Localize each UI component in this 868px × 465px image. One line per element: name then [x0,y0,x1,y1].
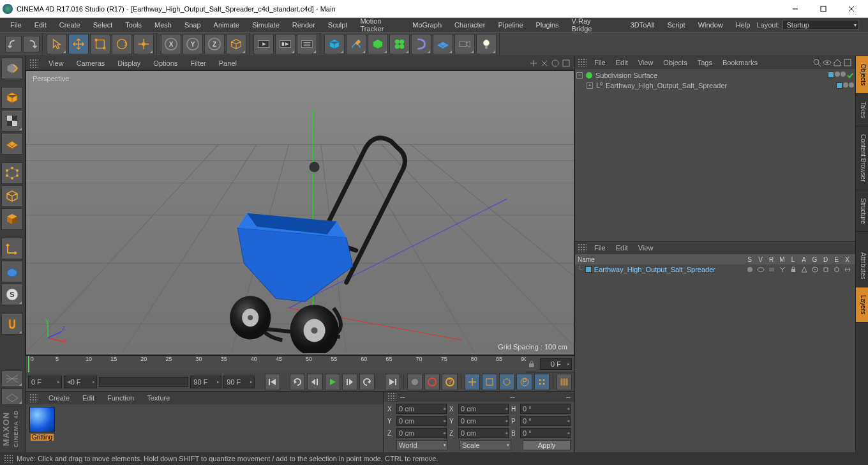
material-item[interactable]: Gritting [28,407,56,441]
menu-animate[interactable]: Animate [207,18,246,32]
coord-system[interactable] [226,34,246,54]
autokey-button[interactable] [424,374,440,390]
range-slider[interactable] [99,377,188,387]
rail-tab-objects[interactable]: Objects [856,56,868,94]
menu-character[interactable]: Character [448,18,491,32]
eye-icon[interactable] [823,58,832,67]
grip-icon[interactable] [29,59,38,68]
menu-snap[interactable]: Snap [178,18,207,32]
points-mode[interactable] [1,162,23,184]
expand-icon[interactable] [843,58,852,67]
menu-motion-tracker[interactable]: Motion Tracker [354,18,406,32]
edges-mode[interactable] [1,185,23,207]
layer-swatch[interactable] [828,72,834,78]
workplane-y[interactable] [1,388,23,405]
environment-floor[interactable] [433,34,453,54]
vp-panel[interactable]: Panel [213,56,243,70]
workplane-x[interactable] [1,370,23,387]
grip-icon[interactable] [578,58,587,67]
generator-array[interactable] [389,34,410,54]
animation-layer-button[interactable] [557,374,572,390]
range-end-b-field[interactable]: 90 F [223,376,255,388]
menu-simulate[interactable]: Simulate [246,18,286,32]
grip-icon[interactable] [4,454,13,463]
vp-nav-2[interactable] [540,59,549,68]
move-tool[interactable] [68,34,89,54]
menu-window[interactable]: Window [692,18,730,32]
tree-item-child[interactable]: + L⁰ Earthway_High_Output_Salt_Spreader [576,80,854,91]
tree-item-root[interactable]: − Subdivision Surface [576,70,854,80]
select-tool[interactable] [47,34,67,54]
col-l-icon[interactable] [788,266,798,273]
play-button[interactable] [325,374,340,390]
visibility-top-dot[interactable] [835,72,840,77]
visibility-bottom-dot[interactable] [849,82,854,88]
visibility-top-dot[interactable] [843,82,848,88]
vp-cameras[interactable]: Cameras [70,56,112,70]
col-d-icon[interactable] [820,266,831,273]
pos-z-field[interactable]: 0 cm [396,428,447,438]
menu-edit[interactable]: Edit [28,18,53,32]
collapse-icon[interactable]: − [576,72,583,79]
visibility-bottom-dot[interactable] [841,72,846,77]
menu-select[interactable]: Select [87,18,119,32]
timeline-ruler[interactable]: 0 5 10 15 20 25 30 35 40 45 50 55 60 65 … [26,355,574,372]
layer-color-swatch[interactable] [585,266,592,273]
key-scale-button[interactable] [482,374,497,390]
menu-tools[interactable]: Tools [119,18,148,32]
redo-button[interactable] [23,36,40,52]
range-start-field[interactable]: ◂ 0 F [64,376,98,388]
scl-y-field[interactable]: 0 cm [458,416,509,426]
snap-toggle[interactable]: S [1,284,23,305]
vp-filter[interactable]: Filter [184,56,212,70]
coord-apply-button[interactable]: Apply [523,440,571,450]
grip-icon[interactable] [578,243,587,252]
range-end-a-field[interactable]: 90 F [190,376,221,388]
model-mode[interactable] [1,87,23,109]
mat-texture[interactable]: Texture [140,392,176,404]
rail-tab-content-browser[interactable]: Content Browser [856,126,868,190]
go-end-button[interactable] [385,374,400,390]
om-view[interactable]: View [633,56,659,69]
render-settings[interactable] [297,34,317,54]
key-pla-button[interactable] [534,374,550,390]
col-g-icon[interactable] [809,266,820,273]
pos-x-field[interactable]: 0 cm [396,404,447,414]
playhead-marker[interactable] [28,356,29,372]
render-view[interactable] [253,34,274,54]
col-r-icon[interactable] [766,266,777,273]
col-a-icon[interactable] [798,266,809,273]
next-frame-button[interactable] [342,374,357,390]
menu-script[interactable]: Script [661,18,692,32]
render-pv[interactable] [275,34,296,54]
z-axis-lock[interactable]: Z [204,34,225,54]
axis-mode[interactable] [1,238,23,259]
viewport-3d[interactable]: Perspective Grid Spacing : 100 cm y x z [26,70,574,355]
camera-button[interactable] [454,34,475,54]
make-editable[interactable] [1,57,23,79]
menu-mesh[interactable]: Mesh [148,18,178,32]
menu-3dtoall[interactable]: 3DToAll [624,18,661,32]
mat-edit[interactable]: Edit [76,392,101,404]
coord-world-dropdown[interactable]: World [396,440,448,450]
rot-b-field[interactable]: 0 ° [520,428,571,438]
loop-button[interactable] [290,374,305,390]
maximize-button[interactable] [809,0,837,18]
pos-y-field[interactable]: 0 cm [396,416,447,426]
col-m-icon[interactable] [777,266,788,273]
light-button[interactable] [476,34,497,54]
timeline-lock-icon[interactable] [527,360,536,369]
search-icon[interactable] [812,58,821,67]
menu-mograph[interactable]: MoGraph [406,18,448,32]
minimize-button[interactable] [781,0,809,18]
col-x-icon[interactable] [842,266,853,273]
timeline-end-field[interactable]: 0 F [540,358,572,370]
menu-file[interactable]: File [4,18,28,32]
workplane-mode[interactable] [1,133,23,155]
tweak-mode[interactable] [1,261,23,282]
menu-sculpt[interactable]: Sculpt [322,18,354,32]
x-axis-lock[interactable]: X [161,34,181,54]
rail-tab-attributes[interactable]: Attributes [856,245,868,287]
rail-tab-structure[interactable]: Structure [856,190,868,232]
material-name[interactable]: Gritting [31,434,54,441]
